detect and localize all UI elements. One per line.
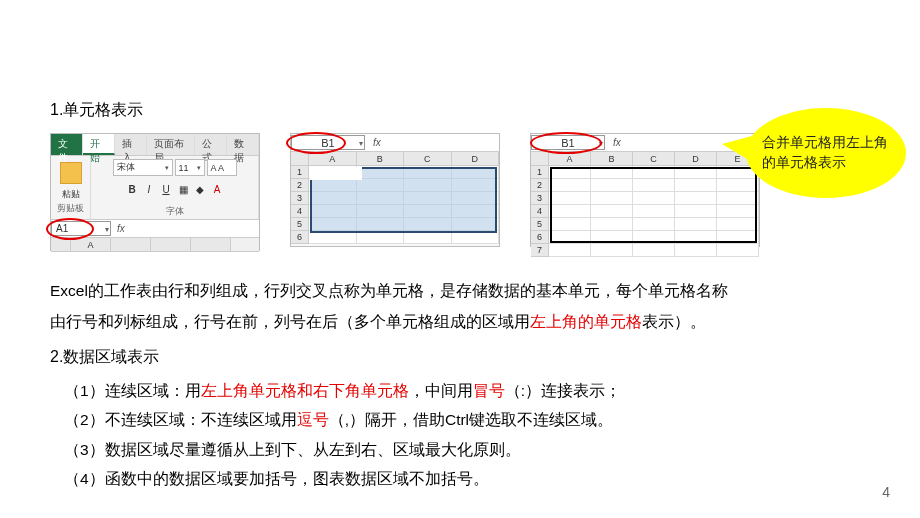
para1-red: 左上角的单元格 — [530, 313, 642, 330]
tab-formula: 公式 — [195, 134, 227, 155]
bold-btn: B — [125, 184, 139, 195]
p3-col-d: D — [675, 152, 717, 165]
tab-insert: 插入 — [115, 134, 147, 155]
list-item-3: （3）数据区域尽量遵循从上到下、从左到右、区域最大化原则。 — [50, 435, 920, 464]
font-aa: A A — [207, 159, 237, 176]
p2-col-a: A — [309, 152, 357, 165]
p3-col-c: C — [633, 152, 675, 165]
red-ellipse-a1 — [46, 218, 94, 240]
paste-label: 粘贴 — [62, 188, 80, 201]
fx-icon-2: fx — [373, 137, 381, 148]
paragraph-1: Excel的工作表由行和列组成，行列交叉点称为单元格，是存储数据的基本单元，每个… — [50, 275, 860, 337]
list-item-1: （1）连续区域：用左上角单元格和右下角单元格，中间用冒号（:）连接表示； — [50, 376, 920, 405]
section2-title: 2.数据区域表示 — [50, 347, 920, 368]
namebox-a1: A1▾ — [51, 221, 111, 236]
italic-btn: I — [142, 184, 156, 195]
namebox-b1-range: B1▾ — [291, 135, 365, 150]
callout-text: 合并单元格用左上角的单元格表示 — [762, 133, 890, 172]
col-a: A — [71, 238, 111, 251]
font-color-btn: A — [210, 184, 224, 195]
font-group-label: 字体 — [166, 205, 184, 218]
yellow-callout: 合并单元格用左上角的单元格表示 — [746, 108, 906, 198]
tab-data: 数据 — [227, 134, 259, 155]
underline-btn: U — [159, 184, 173, 195]
p2-col-b: B — [357, 152, 405, 165]
list-item-2: （2）不连续区域：不连续区域用逗号（,）隔开，借助Ctrl键选取不连续区域。 — [50, 405, 920, 434]
font-size-dropdown: 11▾ — [175, 159, 205, 176]
p2-col-d: D — [452, 152, 500, 165]
red-ellipse-b1-range — [286, 132, 346, 154]
p3-col-a: A — [549, 152, 591, 165]
font-name-dropdown: 宋体▾ — [113, 159, 173, 176]
page-number: 4 — [882, 484, 890, 500]
clipboard-group-label: 剪贴板 — [57, 202, 84, 215]
tab-file: 文件 — [51, 134, 83, 155]
list-item-4: （4）函数中的数据区域要加括号，图表数据区域不加括号。 — [50, 464, 920, 493]
fx-icon-3: fx — [613, 137, 621, 148]
border-btn: ▦ — [176, 184, 190, 195]
namebox-b1-merged: B1▾ — [531, 135, 605, 150]
p2-col-c: C — [404, 152, 452, 165]
tab-home: 开始 — [83, 134, 115, 155]
fx-icon: fx — [117, 223, 125, 234]
excel-range-screenshot: B1▾ fx A B C D 1 2 3 4 5 6 — [290, 133, 500, 247]
tab-layout: 页面布局 — [147, 134, 196, 155]
p3-col-b: B — [591, 152, 633, 165]
fill-btn: ◆ — [193, 184, 207, 195]
paste-icon — [60, 162, 82, 184]
excel-ribbon-screenshot: 文件 开始 插入 页面布局 公式 数据 粘贴 剪贴板 宋体▾ 11▾ A A B — [50, 133, 260, 251]
